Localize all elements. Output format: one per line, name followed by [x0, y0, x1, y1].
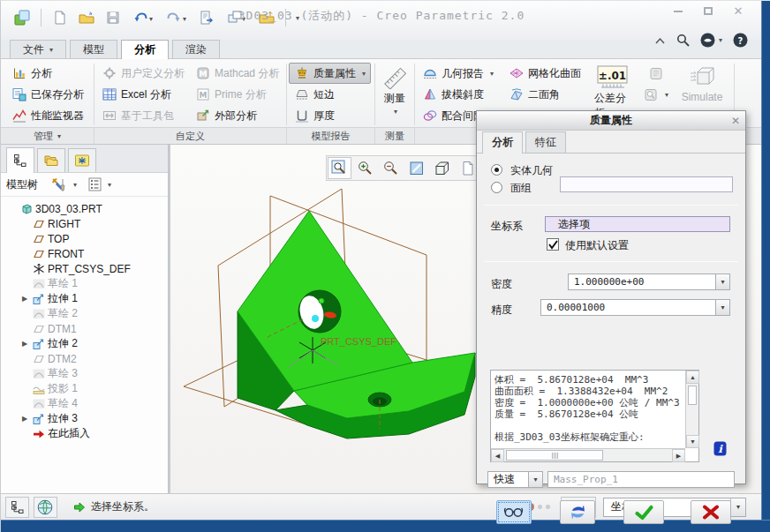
- tree-item[interactable]: DTM2: [1, 351, 168, 366]
- tree-item[interactable]: ▶拉伸 2: [1, 336, 168, 351]
- scroll-right-icon[interactable]: ▶: [672, 449, 685, 462]
- mode-dropdown-icon[interactable]: ▾: [528, 471, 543, 488]
- tree-item-label[interactable]: 草绘 1: [48, 276, 78, 291]
- tree-item[interactable]: 草绘 2: [1, 306, 168, 321]
- community-menu[interactable]: ▾: [700, 33, 722, 48]
- short-edge-button[interactable]: 短边: [289, 84, 371, 105]
- geometry-report-button[interactable]: 几何报告▾: [417, 63, 503, 84]
- tree-item[interactable]: 草绘 4: [1, 396, 168, 411]
- dialog-titlebar[interactable]: 质量属性 ✕: [477, 111, 745, 131]
- tree-settings-icon[interactable]: [87, 177, 102, 191]
- saved-analysis-button[interactable]: 已保存分析: [6, 84, 89, 105]
- close-button[interactable]: ✕: [727, 4, 750, 18]
- scroll-up-icon[interactable]: ▲: [686, 371, 699, 384]
- expand-arrow-icon[interactable]: ▶: [20, 295, 29, 303]
- density-field[interactable]: 1.000000e+00: [568, 273, 716, 290]
- expand-arrow-icon[interactable]: ▶: [20, 340, 29, 348]
- repaint-button[interactable]: [404, 157, 428, 179]
- tree-item-label[interactable]: 3D03_03.PRT: [35, 203, 102, 215]
- vertical-scrollbar[interactable]: ▲ ▼: [685, 371, 698, 448]
- tree-item[interactable]: 投影 1: [1, 381, 168, 396]
- ok-button[interactable]: [623, 500, 664, 524]
- help-icon[interactable]: ?: [733, 33, 748, 48]
- quilt-collector-field[interactable]: [560, 176, 733, 192]
- maximize-button[interactable]: [697, 4, 720, 18]
- tab-analysis[interactable]: 分析: [121, 40, 169, 59]
- tab-folder-browser[interactable]: [37, 148, 65, 172]
- triad-cyan-dot[interactable]: [312, 315, 319, 322]
- tree-item[interactable]: RIGHT: [1, 216, 168, 231]
- tree-item[interactable]: ▶拉伸 1: [1, 291, 168, 306]
- dihedral-angle-button[interactable]: 二面角: [503, 84, 586, 105]
- tree-item[interactable]: 在此插入: [1, 426, 168, 441]
- tree-item[interactable]: 3D03_03.PRT: [1, 201, 168, 216]
- thickness-button[interactable]: 厚度: [289, 105, 371, 126]
- part-3d-model[interactable]: [238, 211, 475, 438]
- zoom-out-button[interactable]: [379, 157, 403, 179]
- tree-item-label[interactable]: 草绘 4: [48, 396, 78, 411]
- accuracy-field[interactable]: 0.00001000: [540, 299, 716, 316]
- mode-combo-value[interactable]: 快速: [487, 471, 529, 488]
- tree-item-label[interactable]: 投影 1: [48, 381, 78, 396]
- external-analysis-button[interactable]: 外部分析: [190, 105, 284, 126]
- tree-item-label[interactable]: 在此插入: [48, 426, 90, 441]
- tree-item[interactable]: PRT_CSYS_DEF: [1, 261, 168, 276]
- dialog-tab-feature[interactable]: 特征: [525, 131, 566, 153]
- group-manage[interactable]: 管理▾: [1, 128, 94, 144]
- preview-button[interactable]: [496, 500, 532, 524]
- toggle-browser-button[interactable]: [34, 497, 57, 518]
- csys-collector-field[interactable]: 选择项: [545, 216, 730, 232]
- mesh-surface-button[interactable]: 网格化曲面: [503, 63, 586, 84]
- tree-item-label[interactable]: PRT_CSYS_DEF: [48, 263, 131, 275]
- performance-monitor-button[interactable]: 性能监视器: [6, 105, 89, 126]
- scroll-thumb[interactable]: [506, 450, 603, 461]
- measure-button[interactable]: 测量▾: [380, 63, 411, 118]
- analysis-name-field[interactable]: Mass_Prop_1: [547, 471, 735, 488]
- excel-analysis-button[interactable]: Excel 分析: [96, 84, 190, 105]
- tab-model[interactable]: 模型: [70, 40, 117, 58]
- accuracy-dropdown-icon[interactable]: ▾: [715, 299, 730, 316]
- tree-item-label[interactable]: 拉伸 2: [48, 336, 78, 351]
- search-icon[interactable]: [676, 34, 690, 47]
- tree-item-label[interactable]: 拉伸 3: [48, 411, 78, 426]
- tree-item[interactable]: ▶拉伸 3: [1, 411, 168, 426]
- tree-item-label[interactable]: 草绘 3: [48, 366, 78, 381]
- chevron-down-icon[interactable]: ▾: [108, 181, 111, 189]
- analysis-button[interactable]: 分析: [6, 63, 89, 84]
- dialog-close-icon[interactable]: ✕: [726, 115, 745, 127]
- tree-tools-icon[interactable]: [50, 177, 68, 192]
- collapse-ribbon-icon[interactable]: [654, 36, 666, 45]
- tab-favorites[interactable]: [68, 148, 96, 172]
- draft-check-button[interactable]: 拔模斜度: [417, 84, 503, 105]
- quilt-radio[interactable]: [491, 182, 502, 193]
- saved-views-button[interactable]: [430, 157, 454, 179]
- tree-item-label[interactable]: TOP: [48, 233, 69, 245]
- horizontal-scrollbar[interactable]: ◀ ▶: [491, 448, 685, 461]
- scroll-thumb[interactable]: [688, 386, 697, 405]
- chevron-down-icon[interactable]: ▾: [730, 498, 745, 516]
- scroll-down-icon[interactable]: ▼: [686, 435, 699, 448]
- solid-geometry-radio[interactable]: [491, 164, 502, 176]
- minimize-button[interactable]: [667, 4, 690, 18]
- tree-item-label[interactable]: 拉伸 1: [48, 291, 78, 306]
- cancel-button[interactable]: [691, 500, 731, 524]
- tab-file[interactable]: 文件▾: [10, 40, 66, 58]
- zoom-in-button[interactable]: [353, 157, 377, 179]
- tree-item[interactable]: TOP: [1, 231, 168, 246]
- density-dropdown-icon[interactable]: ▾: [715, 273, 730, 290]
- tree-item[interactable]: DTM1: [1, 321, 168, 336]
- chevron-down-icon[interactable]: ▾: [362, 70, 366, 78]
- repeat-button[interactable]: [560, 500, 595, 524]
- mass-properties-button[interactable]: KG质量属性▾: [289, 63, 371, 84]
- tab-model-tree[interactable]: [6, 147, 34, 173]
- zoom-fit-button[interactable]: [328, 157, 351, 179]
- chevron-down-icon[interactable]: ▾: [490, 70, 494, 78]
- triad-green-dot[interactable]: [319, 298, 324, 303]
- tree-item-label[interactable]: FRONT: [48, 248, 84, 260]
- tree-item-label[interactable]: DTM1: [48, 323, 77, 335]
- tree-item-label[interactable]: DTM2: [48, 353, 77, 365]
- tree-item[interactable]: 草绘 1: [1, 276, 168, 291]
- tab-render[interactable]: 渲染: [172, 40, 220, 58]
- scroll-left-icon[interactable]: ◀: [491, 449, 504, 462]
- chevron-down-icon[interactable]: ▾: [73, 181, 77, 189]
